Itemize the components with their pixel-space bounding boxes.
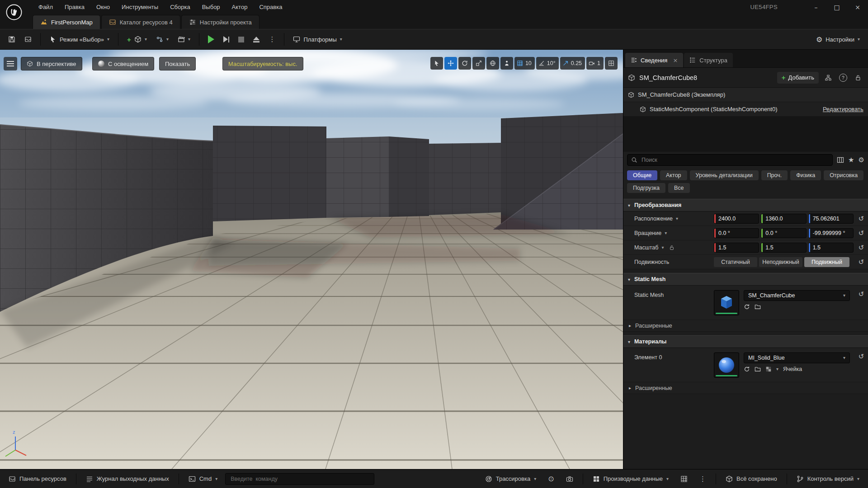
eject-button[interactable] [250, 32, 263, 47]
add-component-button[interactable]: + Добавить [777, 72, 819, 84]
target-button[interactable]: ⊙ [544, 472, 558, 486]
menu-item-file[interactable]: Файл [33, 0, 59, 14]
viewport-options-menu[interactable] [4, 57, 17, 70]
save-button[interactable] [5, 32, 19, 47]
location-z-field[interactable]: 75.062601 [808, 214, 854, 224]
material-thumbnail[interactable] [714, 352, 739, 378]
select-tool[interactable] [430, 57, 443, 70]
viewport-3d-scene[interactable]: z [0, 50, 623, 469]
settings-dropdown[interactable]: ⚙ Настройки ▾ [812, 32, 863, 47]
reset-rotation-button[interactable]: ↺ [854, 229, 868, 237]
location-y-field[interactable]: 1360.0 [761, 214, 806, 224]
screenshot-button[interactable] [562, 472, 577, 486]
use-selected-asset-icon[interactable] [744, 304, 750, 310]
mode-select-dropdown[interactable]: Режим «Выбор» ▾ [46, 32, 113, 47]
static-mesh-thumbnail[interactable] [714, 290, 739, 315]
derived-data-dropdown[interactable]: Производные данные ▾ [589, 472, 673, 486]
trace-dropdown[interactable]: Трассировка ▾ [481, 472, 541, 486]
search-input[interactable] [641, 156, 829, 164]
tab-project-settings[interactable]: Настройки проекта [181, 15, 259, 29]
browse-to-asset-icon[interactable] [755, 304, 761, 310]
component-tree-root[interactable]: SM_ChamferCube8 (Экземпляр) [623, 88, 868, 102]
rotation-snap-control[interactable]: 10° [536, 57, 559, 70]
move-tool[interactable] [444, 57, 457, 70]
scale-snap-control[interactable]: 0.25 [560, 57, 585, 70]
rotation-y-field[interactable]: 0.0 ° [761, 228, 806, 238]
use-selected-asset-icon[interactable] [744, 366, 750, 372]
static-mesh-advanced-row[interactable]: ▸ Расширенные [623, 320, 868, 332]
filter-lod[interactable]: Уровень детализации [690, 170, 759, 180]
minimize-button[interactable]: – [806, 0, 826, 14]
mobility-static-button[interactable]: Статичный [714, 257, 757, 267]
menu-item-select[interactable]: Выбор [196, 0, 226, 14]
scale-label-dropdown[interactable]: Масштаб ▾ [623, 244, 714, 251]
filter-actor[interactable]: Актор [660, 170, 687, 180]
location-x-field[interactable]: 2400.0 [714, 214, 759, 224]
world-local-toggle[interactable] [486, 57, 499, 70]
material-asset-combo[interactable]: MI_Solid_Blue ▾ [744, 352, 850, 363]
view-mode-dropdown[interactable]: С освещением [92, 57, 154, 70]
cmd-dropdown[interactable]: Cmd ▾ [184, 472, 222, 486]
rotation-x-field[interactable]: 0.0 ° [714, 228, 759, 238]
grid-snap-control[interactable]: 10 [514, 57, 535, 70]
cinematics-dropdown[interactable]: ▾ [174, 32, 194, 47]
materials-advanced-row[interactable]: ▸ Расширенные [623, 382, 868, 394]
play-options-button[interactable]: ⋮ [265, 32, 279, 47]
menu-item-edit[interactable]: Правка [59, 0, 90, 14]
mobility-stationary-button[interactable]: Неподвижный [759, 257, 802, 267]
category-transform[interactable]: ▾ Преобразования [623, 199, 868, 211]
scale-z-field[interactable]: 1.5 [808, 243, 854, 253]
level-viewport[interactable]: z В перспективе С освещением Показать Ма… [0, 50, 623, 469]
help-icon[interactable]: ? [838, 72, 849, 83]
rotation-label-dropdown[interactable]: Вращение ▾ [623, 230, 714, 236]
console-input-box[interactable] [225, 473, 374, 485]
blueprints-dropdown[interactable]: ▾ [152, 32, 172, 47]
perspective-dropdown[interactable]: В перспективе [21, 57, 82, 70]
menu-item-tools[interactable]: Инструменты [116, 0, 164, 14]
rotate-tool[interactable] [458, 57, 471, 70]
location-label-dropdown[interactable]: Расположение ▾ [623, 216, 714, 222]
reset-static-mesh-button[interactable]: ↺ [854, 290, 868, 298]
show-dropdown[interactable]: Показать [159, 57, 196, 70]
edit-in-cpp-link[interactable]: Редактировать [823, 106, 863, 113]
tab-firstpersonmap[interactable]: FirstPersonMap [33, 15, 100, 29]
tab-details[interactable]: Сведения × [625, 53, 683, 67]
skip-button[interactable] [220, 32, 233, 47]
filter-streaming[interactable]: Подгрузка [627, 183, 665, 193]
reset-mobility-button[interactable]: ↺ [854, 258, 868, 266]
platforms-dropdown[interactable]: Платформы ▾ [289, 32, 345, 47]
material-cell-label[interactable]: Ячейка [783, 366, 802, 372]
reset-material-button[interactable]: ↺ [854, 352, 868, 361]
favorites-star-icon[interactable]: ★ [848, 156, 854, 164]
surface-snap-toggle[interactable] [500, 57, 513, 70]
output-log-button[interactable]: Журнал выходных данных [82, 472, 173, 486]
lock-icon[interactable] [853, 72, 863, 83]
content-drawer-button[interactable]: Панель ресурсов [5, 472, 71, 486]
browse-to-asset-icon[interactable] [755, 366, 761, 372]
scalability-warning[interactable]: Масштабируемость: выс. [222, 57, 303, 70]
display-options-icon[interactable] [837, 156, 844, 164]
reset-scale-button[interactable]: ↺ [854, 244, 868, 252]
tab-outliner[interactable]: Структура [684, 53, 733, 67]
play-button[interactable] [204, 32, 218, 47]
filter-physics[interactable]: Физика [790, 170, 821, 180]
filter-general[interactable]: Общие [627, 170, 657, 180]
scale-x-field[interactable]: 1.5 [714, 243, 759, 253]
uniform-scale-lock-icon[interactable] [669, 245, 675, 250]
search-box[interactable] [627, 154, 833, 166]
close-button[interactable]: × [847, 0, 868, 14]
static-mesh-asset-combo[interactable]: SM_ChamferCube ▾ [744, 290, 850, 301]
filter-all[interactable]: Все [668, 183, 690, 193]
stop-button[interactable] [235, 32, 248, 47]
menu-item-build[interactable]: Сборка [164, 0, 196, 14]
mobility-movable-button[interactable]: Подвижный [804, 257, 849, 267]
blueprint-hierarchy-icon[interactable] [823, 72, 834, 83]
more-options-button[interactable]: ⋮ [695, 472, 710, 486]
grid-status-button[interactable] [676, 472, 692, 486]
filter-misc[interactable]: Проч. [761, 170, 788, 180]
component-tree-child[interactable]: StaticMeshComponent (StaticMeshComponent… [623, 102, 868, 117]
scale-y-field[interactable]: 1.5 [761, 243, 806, 253]
close-tab-icon[interactable]: × [673, 57, 678, 64]
reset-location-button[interactable]: ↺ [854, 215, 868, 223]
settings-gear-icon[interactable]: ⚙ [859, 156, 864, 164]
